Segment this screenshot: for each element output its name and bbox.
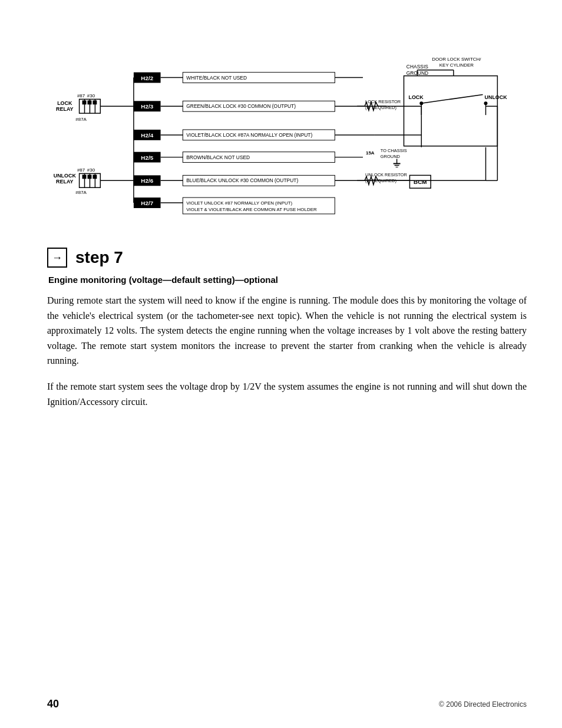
svg-text:VIOLET/BLACK   LOCK #87A NORMA: VIOLET/BLACK LOCK #87A NORMALLY OPEN (IN… (186, 132, 312, 138)
svg-rect-54 (82, 174, 87, 179)
svg-text:RELAY: RELAY (56, 179, 73, 185)
page-footer: 40 © 2006 Directed Electronics (47, 698, 527, 710)
svg-text:BROWN/BLACK  NOT USED: BROWN/BLACK NOT USED (186, 154, 250, 160)
svg-text:H2/2: H2/2 (141, 75, 153, 81)
svg-text:#87A: #87A (75, 117, 87, 122)
svg-text:VIOLET & VIOLET/BLACK ARE COMM: VIOLET & VIOLET/BLACK ARE COMMON AT FUSE… (186, 207, 317, 212)
page: LOCK RELAY #87 #30 #87A H2/2 (0, 0, 562, 728)
step-header: → step 7 (47, 248, 527, 268)
svg-rect-55 (87, 174, 91, 179)
step-subtitle: Engine monitoring (voltage—default setti… (48, 275, 527, 285)
step-arrow-icon: → (52, 252, 62, 264)
step-paragraph-2: If the remote start system sees the volt… (47, 379, 527, 409)
lock-relay-label: LOCK (57, 100, 72, 106)
svg-text:#30: #30 (87, 93, 95, 98)
svg-text:GREEN/BLACK    LOCK #30 COMMON: GREEN/BLACK LOCK #30 COMMON (OUTPUT) (186, 103, 296, 109)
wiring-diagram: LOCK RELAY #87 #30 #87A H2/2 (47, 24, 527, 230)
step-arrow-box: → (47, 248, 67, 268)
svg-text:TO CHASSIS: TO CHASSIS (381, 148, 407, 153)
svg-text:H2/7: H2/7 (141, 200, 153, 206)
svg-rect-6 (82, 100, 87, 104)
svg-text:BLUE/BLACK     UNLOCK #30 COMM: BLUE/BLACK UNLOCK #30 COMMON (OUTPUT) (186, 177, 298, 183)
step-7-section: → step 7 Engine monitoring (voltage—defa… (47, 248, 527, 409)
svg-text:H2/5: H2/5 (141, 154, 153, 161)
svg-text:H2/3: H2/3 (141, 103, 153, 110)
svg-text:UNLOCK: UNLOCK (485, 94, 508, 100)
svg-text:GROUND: GROUND (381, 154, 401, 159)
svg-text:BCM: BCM (414, 179, 427, 185)
svg-rect-83 (404, 76, 498, 146)
wiring-diagram-svg: LOCK RELAY #87 #30 #87A H2/2 (47, 24, 527, 230)
svg-text:KEY CYLINDER: KEY CYLINDER (439, 62, 474, 68)
copyright-text: © 2006 Directed Electronics (439, 700, 527, 709)
lock-relay-label2: RELAY (56, 106, 73, 112)
svg-line-90 (421, 94, 482, 103)
svg-text:#87A: #87A (75, 190, 87, 195)
svg-text:CHASSIS: CHASSIS (406, 64, 428, 70)
svg-text:#30: #30 (87, 167, 95, 173)
svg-text:DOOR LOCK SWITCH/: DOOR LOCK SWITCH/ (432, 57, 481, 62)
svg-text:H2/4: H2/4 (141, 132, 153, 139)
svg-rect-56 (92, 174, 97, 179)
svg-rect-8 (92, 100, 97, 104)
svg-text:H2/6: H2/6 (141, 177, 153, 184)
svg-text:LOCK: LOCK (408, 94, 424, 100)
svg-text:15A: 15A (366, 150, 375, 156)
svg-text:VIOLET         UNLOCK #87 NORM: VIOLET UNLOCK #87 NORMALLY OPEN (INPUT) (186, 200, 292, 206)
svg-text:WHITE/BLACK    NOT USED: WHITE/BLACK NOT USED (186, 75, 247, 81)
page-number: 40 (47, 698, 59, 710)
svg-text:#87: #87 (77, 167, 85, 173)
svg-point-89 (484, 101, 488, 105)
svg-text:#87: #87 (77, 93, 85, 98)
step-body: During remote start the system will need… (47, 293, 527, 409)
step-title: step 7 (75, 248, 123, 267)
svg-rect-7 (87, 100, 91, 104)
svg-text:UNLOCK: UNLOCK (54, 173, 77, 179)
step-paragraph-1: During remote start the system will need… (47, 293, 527, 368)
